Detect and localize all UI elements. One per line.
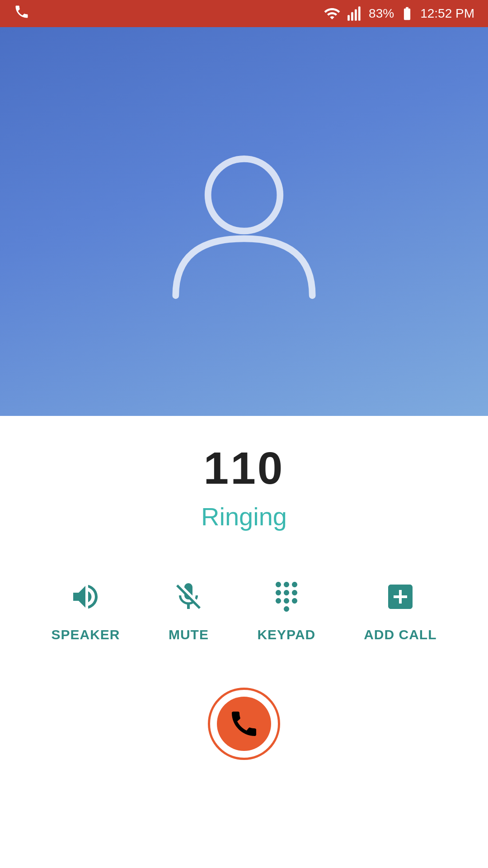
svg-rect-1	[351, 12, 353, 21]
speaker-button[interactable]: SPEAKER	[51, 576, 120, 642]
keypad-icon	[266, 576, 307, 617]
caller-number: 110	[204, 443, 285, 493]
end-call-button[interactable]	[208, 688, 280, 760]
mute-icon	[168, 576, 209, 617]
wifi-icon	[324, 5, 341, 22]
svg-rect-0	[347, 15, 350, 21]
status-right: 83% 12:52 PM	[324, 5, 474, 22]
phone-status-icon	[14, 4, 30, 24]
mute-button[interactable]: MUTE	[168, 576, 209, 642]
avatar-area	[0, 27, 488, 416]
battery-percentage: 83%	[369, 6, 394, 21]
end-call-area	[0, 660, 488, 760]
end-call-icon	[217, 697, 271, 751]
add-call-icon	[380, 576, 421, 617]
svg-rect-2	[355, 9, 357, 21]
svg-rect-3	[358, 6, 361, 21]
mute-label: MUTE	[169, 627, 209, 642]
keypad-button[interactable]: KEYPAD	[257, 576, 315, 642]
call-status: Ringing	[201, 502, 287, 531]
status-bar: 83% 12:52 PM	[0, 0, 488, 27]
time-display: 12:52 PM	[420, 6, 474, 21]
call-info: 110 Ringing	[0, 416, 488, 545]
contact-avatar	[149, 127, 339, 316]
signal-icon	[346, 5, 363, 22]
speaker-label: SPEAKER	[51, 627, 120, 642]
add-call-label: ADD CALL	[364, 627, 436, 642]
add-call-button[interactable]: ADD CALL	[364, 576, 436, 642]
keypad-label: KEYPAD	[257, 627, 315, 642]
battery-icon	[399, 6, 415, 21]
svg-point-4	[208, 159, 280, 231]
action-buttons: SPEAKER MUTE KEYPAD ADD CALL	[0, 545, 488, 660]
speaker-icon	[65, 576, 106, 617]
